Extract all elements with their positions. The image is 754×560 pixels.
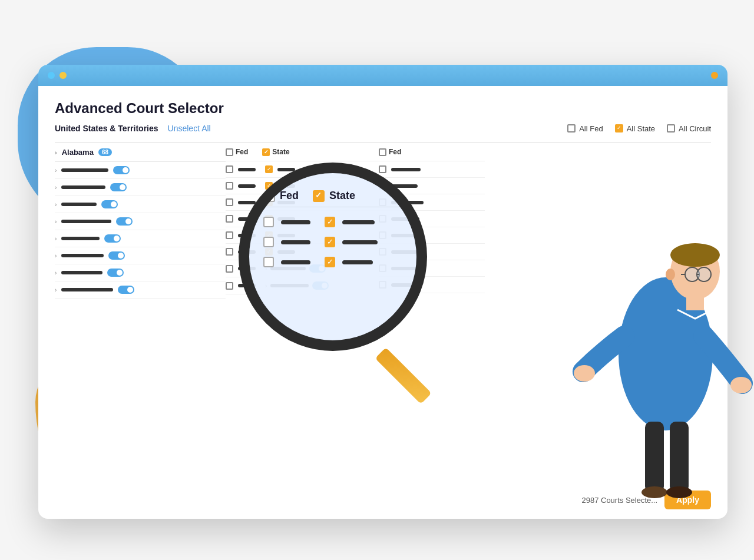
traffic-light-red [711,72,718,79]
row-chevron: › [55,218,57,225]
svg-point-4 [574,365,595,382]
state-checkbox[interactable] [265,198,273,206]
row-bar [238,267,256,270]
header-checkboxes: All Fed All State All Circuit [567,124,711,133]
unselect-all-link[interactable]: Unselect All [168,124,211,133]
state-header-checkbox[interactable] [262,148,270,156]
table-row: › [55,247,226,264]
all-fed-checkbox[interactable] [567,124,576,132]
alabama-badge: 68 [98,148,112,156]
row-chevron: › [55,236,57,242]
traffic-light-yellow [59,72,67,79]
toggle-pill[interactable] [118,286,134,294]
toggle-pill[interactable] [101,200,118,208]
fed-header-group[interactable]: Fed [226,148,248,156]
svg-point-8 [641,486,667,498]
fed-checkbox[interactable] [226,265,233,273]
all-state-checkbox[interactable] [615,124,623,132]
row-chevron: › [55,287,57,293]
fed-checkbox[interactable] [226,282,233,290]
table-row: › [55,162,226,179]
col3-fed-checkbox[interactable] [379,182,386,190]
table-row: › [55,179,226,196]
toggle-pill[interactable] [108,251,125,260]
table-row: › [55,230,226,247]
fed-header-checkbox[interactable] [226,148,233,156]
svg-point-2 [670,243,720,267]
toggle-pill[interactable] [110,183,127,191]
svg-rect-6 [645,422,664,492]
col3-fed-header-label: Fed [389,148,401,156]
state-checkbox[interactable] [265,248,273,256]
table-row [226,161,379,178]
svg-rect-7 [670,422,689,492]
row-bar [238,217,256,221]
table-row: › [55,196,226,213]
toggle-pill[interactable] [312,281,329,290]
row-bar [277,217,295,221]
fed-header-label: Fed [236,148,248,156]
col3-fed-checkbox[interactable] [379,198,386,206]
browser-titlebar [38,65,727,86]
table-row: › [226,277,379,294]
col3-fed-checkbox[interactable] [379,165,386,173]
row-bar [61,271,102,274]
page-title: Advanced Court Selector [55,100,711,117]
alabama-label: Alabama [62,148,94,157]
all-circuit-label: All Circuit [679,124,711,133]
table-row [379,277,485,293]
table-row [379,161,485,178]
col1-chevron-header: › [55,149,57,156]
col3-fed-header-checkbox[interactable] [379,148,386,156]
all-circuit-checkbox[interactable] [667,124,675,132]
toggle-pill[interactable] [116,217,133,226]
state-checkbox[interactable] [265,165,273,173]
fed-checkbox[interactable] [226,198,233,206]
state-checkbox[interactable] [265,231,273,239]
fed-checkbox[interactable] [226,215,233,223]
row-chevron: › [55,270,57,276]
col3-fed-checkbox[interactable] [379,264,386,272]
all-fed-label: All Fed [579,124,603,133]
toggle-pill[interactable] [107,269,124,277]
fed-checkbox[interactable] [226,248,233,256]
col3-fed-header-group[interactable]: Fed [379,148,401,156]
col3-fed-checkbox[interactable] [379,215,386,223]
state-header-group[interactable]: State [262,148,289,156]
fed-checkbox[interactable] [226,182,233,190]
row-chevron: › [265,266,267,272]
table-row: › [226,260,379,277]
toggle-pill[interactable] [113,166,130,174]
row-chevron: › [55,184,57,191]
all-fed-checkbox-group[interactable]: All Fed [567,124,603,133]
all-circuit-checkbox-group[interactable]: All Circuit [667,124,711,133]
col3-fed-checkbox[interactable] [379,231,386,239]
row-chevron: › [55,167,57,174]
table-row [379,178,485,194]
row-bar [238,250,256,254]
table-row [226,227,379,244]
toggle-pill[interactable] [104,234,121,243]
state-checkbox[interactable] [265,215,273,223]
table-row [226,178,379,194]
row-bar [238,184,256,188]
fed-checkbox[interactable] [226,165,233,173]
col3-header: Fed [379,143,485,161]
table-row: › [55,264,226,281]
table-row [226,211,379,227]
row-bar [277,201,295,204]
state-checkbox[interactable] [265,182,273,190]
fed-checkbox[interactable] [226,231,233,239]
col1-section: › Alabama 68 › › › [55,143,226,299]
col3-fed-checkbox[interactable] [379,248,386,256]
toggle-pill[interactable] [309,264,326,273]
traffic-light-green [48,72,55,79]
svg-point-5 [730,377,752,393]
all-state-checkbox-group[interactable]: All State [615,124,655,133]
row-bar [61,185,105,189]
row-bar [391,267,421,270]
table-row [379,227,485,244]
col3-fed-checkbox[interactable] [379,281,386,289]
table-row [379,244,485,260]
table-row [379,260,485,277]
